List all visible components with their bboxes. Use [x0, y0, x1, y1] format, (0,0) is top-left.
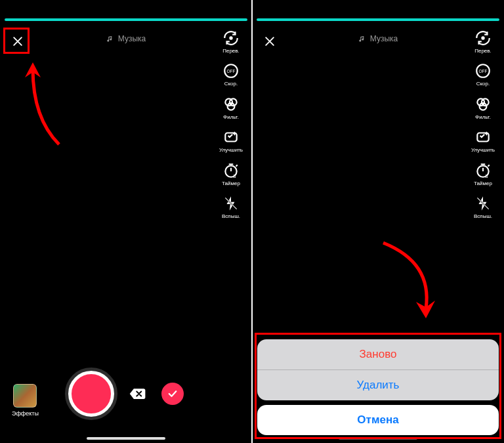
- confirm-button[interactable]: [161, 383, 184, 405]
- tool-speed-label: Скор.: [224, 81, 238, 87]
- annotation-close-highlight: [3, 28, 30, 54]
- svg-text:OFF: OFF: [227, 70, 236, 74]
- svg-text:3: 3: [233, 173, 236, 179]
- svg-text:OFF: OFF: [479, 70, 488, 74]
- tool-timer-label: Таймер: [222, 181, 240, 186]
- tool-beautify-label: Улучшить: [219, 148, 243, 153]
- top-bar: Музыка: [0, 32, 252, 58]
- bottom-controls: Эффекты: [0, 371, 252, 417]
- annotation-arrow-left: [13, 53, 79, 151]
- check-icon: [167, 388, 178, 400]
- music-button[interactable]: Музыка: [358, 34, 398, 43]
- music-icon: [106, 35, 114, 43]
- tool-timer[interactable]: 3 Таймер: [222, 161, 240, 186]
- svg-point-5: [228, 103, 235, 110]
- record-button[interactable]: [68, 371, 114, 417]
- timer-icon: 3: [222, 162, 240, 179]
- tool-filter-label: Фильт.: [223, 115, 239, 120]
- panel-divider: [251, 0, 253, 443]
- record-progress: [257, 18, 499, 21]
- music-icon: [358, 35, 366, 43]
- tool-beautify[interactable]: Улучшить: [219, 128, 243, 153]
- tool-speed-label: Скор.: [476, 81, 490, 87]
- svg-point-9: [481, 36, 484, 39]
- effects-button[interactable]: Эффекты: [12, 384, 39, 417]
- tool-flash[interactable]: Вспыш.: [222, 194, 240, 219]
- home-indicator: [87, 437, 165, 440]
- side-tools: Перев. OFF Скор. Фильт. Улучшить 3 Тайме…: [467, 29, 499, 219]
- tool-flash[interactable]: Вспыш.: [474, 194, 492, 219]
- tool-filter[interactable]: Фильт.: [474, 95, 492, 120]
- music-label: Музыка: [370, 34, 398, 43]
- music-label: Музыка: [118, 34, 146, 43]
- speed-icon: OFF: [474, 62, 492, 79]
- flash-off-icon: [474, 195, 492, 212]
- filter-icon: [222, 96, 240, 113]
- side-tools: Перев. OFF Скор. Фильт. Улучшить 3 Тайме…: [215, 29, 247, 219]
- screenshot-right: Музыка Перев. OFF Скор. Фильт. Улучшить …: [252, 0, 504, 443]
- tool-flip[interactable]: Перев.: [474, 29, 492, 54]
- speed-icon: OFF: [222, 62, 240, 79]
- svg-point-0: [229, 36, 232, 39]
- effects-label: Эффекты: [12, 410, 39, 417]
- record-progress: [5, 18, 247, 21]
- close-button[interactable]: [260, 32, 280, 51]
- delete-clip-button[interactable]: [127, 385, 148, 402]
- beautify-icon: [222, 129, 240, 146]
- filter-icon: [474, 96, 492, 113]
- svg-point-14: [480, 103, 487, 110]
- tool-flash-label: Вспыш.: [474, 214, 492, 219]
- tool-flip[interactable]: Перев.: [222, 29, 240, 54]
- annotation-sheet-highlight: [255, 333, 501, 439]
- tool-beautify[interactable]: Улучшить: [471, 128, 495, 153]
- beautify-icon: [474, 129, 492, 146]
- flash-off-icon: [222, 195, 240, 212]
- tool-timer-label: Таймер: [474, 181, 492, 186]
- music-button[interactable]: Музыка: [106, 34, 146, 43]
- tool-flash-label: Вспыш.: [222, 214, 240, 219]
- tool-beautify-label: Улучшить: [471, 148, 495, 153]
- top-bar: Музыка: [252, 32, 504, 58]
- effects-thumbnail-icon: [13, 384, 37, 408]
- annotation-arrow-right: [360, 236, 446, 328]
- tool-filter-label: Фильт.: [475, 115, 491, 120]
- tool-speed[interactable]: OFF Скор.: [474, 62, 492, 87]
- backspace-icon: [129, 387, 147, 401]
- flip-icon: [474, 30, 492, 47]
- tool-filter[interactable]: Фильт.: [222, 95, 240, 120]
- flip-icon: [222, 30, 240, 47]
- tool-timer[interactable]: 3 Таймер: [474, 161, 492, 186]
- screenshot-left: Музыка Перев. OFF Скор. Фильт. Улучшить …: [0, 0, 252, 443]
- svg-text:3: 3: [485, 173, 488, 179]
- timer-icon: 3: [474, 162, 492, 179]
- tool-speed[interactable]: OFF Скор.: [222, 62, 240, 87]
- tool-flip-label: Перев.: [474, 49, 492, 54]
- tool-flip-label: Перев.: [222, 49, 240, 54]
- close-icon: [263, 35, 276, 48]
